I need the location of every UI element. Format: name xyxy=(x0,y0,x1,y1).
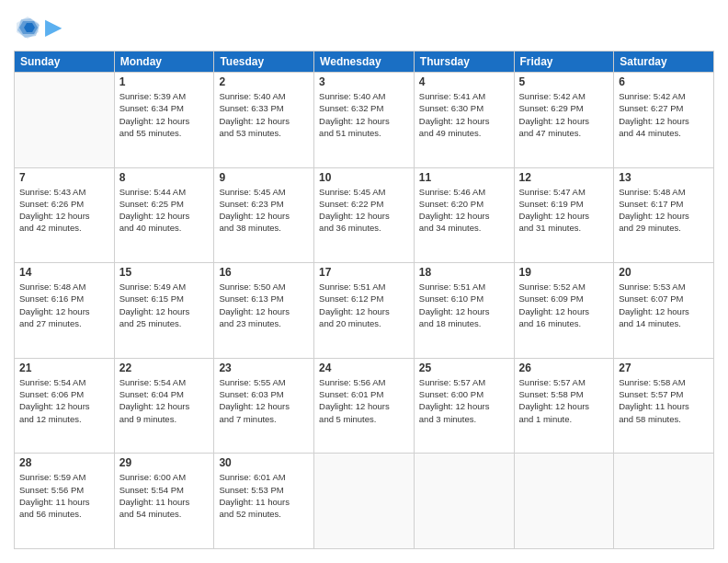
day-number: 28 xyxy=(19,456,109,469)
day-number: 18 xyxy=(419,266,509,279)
calendar-cell: 25Sunrise: 5:57 AMSunset: 6:00 PMDayligh… xyxy=(414,358,514,454)
logo: ▶ xyxy=(14,14,61,41)
day-number: 30 xyxy=(219,456,309,469)
day-info: Sunrise: 5:44 AMSunset: 6:25 PMDaylight:… xyxy=(119,186,210,235)
day-info: Sunrise: 5:58 AMSunset: 5:57 PMDaylight:… xyxy=(619,376,709,425)
day-info: Sunrise: 5:57 AMSunset: 6:00 PMDaylight:… xyxy=(419,376,509,425)
day-number: 17 xyxy=(319,266,409,279)
day-number: 13 xyxy=(619,171,709,184)
calendar-cell: 29Sunrise: 6:00 AMSunset: 5:54 PMDayligh… xyxy=(114,454,214,549)
day-number: 23 xyxy=(219,362,309,374)
day-number: 29 xyxy=(119,456,210,469)
calendar-cell: 27Sunrise: 5:58 AMSunset: 5:57 PMDayligh… xyxy=(614,358,714,454)
calendar-cell xyxy=(414,454,514,549)
day-number: 24 xyxy=(319,362,409,374)
day-number: 16 xyxy=(219,266,309,279)
calendar-cell: 23Sunrise: 5:55 AMSunset: 6:03 PMDayligh… xyxy=(214,358,314,454)
day-number: 21 xyxy=(19,362,109,374)
day-number: 4 xyxy=(419,75,509,88)
logo-icon xyxy=(14,14,41,41)
day-info: Sunrise: 5:55 AMSunset: 6:03 PMDaylight:… xyxy=(219,376,309,425)
day-number: 5 xyxy=(519,75,609,88)
calendar-cell: 24Sunrise: 5:56 AMSunset: 6:01 PMDayligh… xyxy=(314,358,415,454)
day-number: 1 xyxy=(119,75,210,88)
day-number: 26 xyxy=(519,362,609,374)
day-number: 10 xyxy=(319,171,409,184)
calendar-cell: 9Sunrise: 5:45 AMSunset: 6:23 PMDaylight… xyxy=(214,167,314,263)
weekday-header-tuesday: Tuesday xyxy=(214,52,314,73)
day-number: 11 xyxy=(419,171,509,184)
day-info: Sunrise: 5:42 AMSunset: 6:29 PMDaylight:… xyxy=(519,90,609,139)
day-number: 15 xyxy=(119,266,210,279)
day-number: 25 xyxy=(419,362,509,374)
day-info: Sunrise: 5:51 AMSunset: 6:10 PMDaylight:… xyxy=(419,281,509,329)
calendar-cell: 5Sunrise: 5:42 AMSunset: 6:29 PMDaylight… xyxy=(514,73,614,168)
calendar-cell: 15Sunrise: 5:49 AMSunset: 6:15 PMDayligh… xyxy=(114,263,214,359)
weekday-header-thursday: Thursday xyxy=(414,52,514,73)
calendar-cell xyxy=(614,454,714,549)
calendar-cell: 22Sunrise: 5:54 AMSunset: 6:04 PMDayligh… xyxy=(114,358,214,454)
calendar-cell: 30Sunrise: 6:01 AMSunset: 5:53 PMDayligh… xyxy=(214,454,314,549)
day-info: Sunrise: 5:45 AMSunset: 6:22 PMDaylight:… xyxy=(319,186,409,235)
calendar-cell: 26Sunrise: 5:57 AMSunset: 5:58 PMDayligh… xyxy=(514,358,614,454)
calendar-cell: 13Sunrise: 5:48 AMSunset: 6:17 PMDayligh… xyxy=(614,167,714,263)
day-number: 22 xyxy=(119,362,210,374)
day-number: 6 xyxy=(619,75,709,88)
day-info: Sunrise: 5:50 AMSunset: 6:13 PMDaylight:… xyxy=(219,281,309,329)
calendar-cell: 19Sunrise: 5:52 AMSunset: 6:09 PMDayligh… xyxy=(514,263,614,359)
day-info: Sunrise: 6:00 AMSunset: 5:54 PMDaylight:… xyxy=(119,471,210,520)
day-info: Sunrise: 5:46 AMSunset: 6:20 PMDaylight:… xyxy=(419,186,509,235)
day-number: 9 xyxy=(219,171,309,184)
calendar-week-row: 14Sunrise: 5:48 AMSunset: 6:16 PMDayligh… xyxy=(15,263,714,359)
calendar-cell: 11Sunrise: 5:46 AMSunset: 6:20 PMDayligh… xyxy=(414,167,514,263)
calendar-cell: 10Sunrise: 5:45 AMSunset: 6:22 PMDayligh… xyxy=(314,167,415,263)
calendar-week-row: 1Sunrise: 5:39 AMSunset: 6:34 PMDaylight… xyxy=(15,73,714,168)
calendar-cell xyxy=(15,73,115,168)
calendar-cell: 3Sunrise: 5:40 AMSunset: 6:32 PMDaylight… xyxy=(314,73,415,168)
calendar-cell: 7Sunrise: 5:43 AMSunset: 6:26 PMDaylight… xyxy=(15,167,115,263)
day-info: Sunrise: 5:43 AMSunset: 6:26 PMDaylight:… xyxy=(19,186,109,235)
calendar-cell: 16Sunrise: 5:50 AMSunset: 6:13 PMDayligh… xyxy=(214,263,314,359)
day-info: Sunrise: 5:41 AMSunset: 6:30 PMDaylight:… xyxy=(419,90,509,139)
weekday-header-friday: Friday xyxy=(514,52,614,73)
day-info: Sunrise: 5:59 AMSunset: 5:56 PMDaylight:… xyxy=(19,471,109,520)
day-info: Sunrise: 5:42 AMSunset: 6:27 PMDaylight:… xyxy=(619,90,709,139)
day-info: Sunrise: 6:01 AMSunset: 5:53 PMDaylight:… xyxy=(219,471,309,520)
calendar-cell: 21Sunrise: 5:54 AMSunset: 6:06 PMDayligh… xyxy=(15,358,115,454)
day-number: 12 xyxy=(519,171,609,184)
calendar-cell: 2Sunrise: 5:40 AMSunset: 6:33 PMDaylight… xyxy=(214,73,314,168)
weekday-header-sunday: Sunday xyxy=(15,52,115,73)
calendar-table: SundayMondayTuesdayWednesdayThursdayFrid… xyxy=(14,51,714,549)
weekday-header-monday: Monday xyxy=(114,52,214,73)
calendar-cell: 14Sunrise: 5:48 AMSunset: 6:16 PMDayligh… xyxy=(15,263,115,359)
day-info: Sunrise: 5:54 AMSunset: 6:04 PMDaylight:… xyxy=(119,376,210,425)
day-info: Sunrise: 5:49 AMSunset: 6:15 PMDaylight:… xyxy=(119,281,210,329)
calendar-cell: 20Sunrise: 5:53 AMSunset: 6:07 PMDayligh… xyxy=(614,263,714,359)
day-info: Sunrise: 5:52 AMSunset: 6:09 PMDaylight:… xyxy=(519,281,609,329)
calendar-cell: 1Sunrise: 5:39 AMSunset: 6:34 PMDaylight… xyxy=(114,73,214,168)
weekday-header-wednesday: Wednesday xyxy=(314,52,415,73)
calendar-cell: 17Sunrise: 5:51 AMSunset: 6:12 PMDayligh… xyxy=(314,263,415,359)
day-number: 3 xyxy=(319,75,409,88)
calendar-cell xyxy=(514,454,614,549)
day-number: 14 xyxy=(19,266,109,279)
day-info: Sunrise: 5:47 AMSunset: 6:19 PMDaylight:… xyxy=(519,186,609,235)
day-number: 19 xyxy=(519,266,609,279)
weekday-header-row: SundayMondayTuesdayWednesdayThursdayFrid… xyxy=(15,52,714,73)
calendar-cell xyxy=(314,454,415,549)
day-info: Sunrise: 5:54 AMSunset: 6:06 PMDaylight:… xyxy=(19,376,109,425)
day-number: 27 xyxy=(619,362,709,374)
day-number: 8 xyxy=(119,171,210,184)
calendar-cell: 6Sunrise: 5:42 AMSunset: 6:27 PMDaylight… xyxy=(614,73,714,168)
day-info: Sunrise: 5:40 AMSunset: 6:33 PMDaylight:… xyxy=(219,90,309,139)
calendar-week-row: 28Sunrise: 5:59 AMSunset: 5:56 PMDayligh… xyxy=(15,454,714,549)
calendar-cell: 8Sunrise: 5:44 AMSunset: 6:25 PMDaylight… xyxy=(114,167,214,263)
day-info: Sunrise: 5:39 AMSunset: 6:34 PMDaylight:… xyxy=(119,90,210,139)
calendar-cell: 18Sunrise: 5:51 AMSunset: 6:10 PMDayligh… xyxy=(414,263,514,359)
day-number: 7 xyxy=(19,171,109,184)
day-number: 2 xyxy=(219,75,309,88)
day-info: Sunrise: 5:53 AMSunset: 6:07 PMDaylight:… xyxy=(619,281,709,329)
weekday-header-saturday: Saturday xyxy=(614,52,714,73)
calendar-cell: 4Sunrise: 5:41 AMSunset: 6:30 PMDaylight… xyxy=(414,73,514,168)
day-info: Sunrise: 5:45 AMSunset: 6:23 PMDaylight:… xyxy=(219,186,309,235)
